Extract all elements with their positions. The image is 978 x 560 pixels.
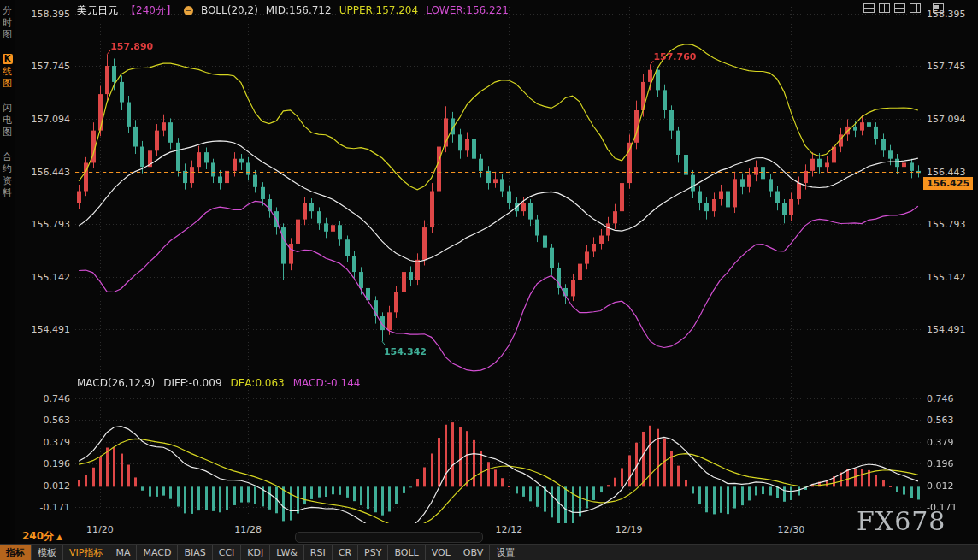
macd-axis-label-left: -0.171	[24, 502, 70, 513]
x-axis-label: 12/19	[615, 524, 644, 535]
macd-axis-label-left: 0.379	[24, 437, 70, 448]
sidebar-item-label: 线图	[3, 66, 12, 89]
tab-vol[interactable]: VOL	[426, 545, 457, 560]
layout-two-column-icon[interactable]	[879, 3, 890, 13]
macd-axis-label-left: 0.196	[24, 458, 70, 469]
tab-settings[interactable]: 设置	[490, 545, 521, 560]
macd-axis-label-left: 0.012	[24, 480, 70, 492]
tab-psy[interactable]: PSY	[358, 545, 388, 560]
tab-lw[interactable]: LW&	[270, 545, 304, 560]
tab-ma[interactable]: MA	[109, 545, 137, 560]
tab-vip-indicator[interactable]: VIP指标	[63, 545, 109, 560]
macd-axis-label-right: -0.171	[927, 502, 957, 513]
price-axis-label-left: 158.395	[24, 9, 70, 20]
period-label[interactable]: 【240分】	[126, 3, 176, 18]
layout-sidebar-icon[interactable]	[910, 3, 921, 13]
price-axis-label-right: 155.142	[927, 272, 966, 283]
x-axis-label: 12/12	[494, 524, 523, 535]
h-scrollbar-thumb[interactable]	[295, 532, 483, 543]
price-axis-label-right: 157.745	[927, 61, 966, 72]
boll-mid-value: MID:156.712	[266, 4, 332, 16]
macd-dea-value: DEA:0.063	[231, 377, 285, 389]
x-axis-label: 11/20	[85, 524, 115, 535]
chart-type-sidebar: 分时图 K 线图 闪电图 合约资料	[0, 0, 15, 545]
boll-lower-value: LOWER:156.221	[426, 4, 509, 16]
price-axis-label-right: 154.491	[927, 324, 966, 335]
price-axis-label-left: 157.745	[24, 61, 70, 72]
tab-boll[interactable]: BOLL	[388, 545, 425, 560]
tab-template[interactable]: 模板	[32, 545, 63, 560]
x-axis-label: 12/30	[776, 524, 805, 535]
period-foot-label: 240分	[22, 530, 54, 542]
sidebar-item-time-chart[interactable]: 分时图	[1, 5, 14, 41]
macd-axis-label-right: 0.746	[927, 393, 954, 404]
indicator-toolbar: 指标模板VIP指标MAMACDBIASCCIKDJLW&RSICRPSYBOLL…	[0, 544, 978, 560]
period-up-arrow-icon: ▲	[56, 533, 62, 541]
tab-bias[interactable]: BIAS	[178, 545, 212, 560]
price-axis-label-left: 154.491	[24, 324, 70, 335]
tab-indicator[interactable]: 指标	[0, 545, 32, 560]
period-settings-icon[interactable]: −	[184, 6, 193, 15]
macd-indicator-label: MACD(26,12,9)	[77, 377, 155, 389]
price-axis-label-left: 157.094	[24, 114, 70, 125]
price-axis-label-right: 157.094	[927, 114, 966, 125]
macd-axis-label-right: 0.196	[927, 458, 954, 469]
layout-toolbar	[863, 3, 921, 13]
macd-header: MACD(26,12,9) DIFF:-0.009 DEA:0.063 MACD…	[77, 377, 360, 389]
tab-macd[interactable]: MACD	[137, 545, 178, 560]
sidebar-item-lightning-chart[interactable]: 闪电图	[1, 103, 14, 139]
price-axis-label-left: 156.443	[24, 167, 70, 178]
macd-axis-label-left: 0.563	[24, 415, 70, 426]
indicator-tabs: 指标模板VIP指标MAMACDBIASCCIKDJLW&RSICRPSYBOLL…	[0, 545, 521, 560]
chart-header: 美元日元 【240分】 − BOLL(20,2) MID:156.712 UPP…	[77, 3, 509, 17]
symbol-name: 美元日元	[77, 3, 118, 18]
tab-kdj[interactable]: KDJ	[241, 545, 270, 560]
popup-window-icon[interactable]	[933, 3, 944, 13]
macd-axis-label-right: 0.563	[927, 415, 954, 426]
price-annotation: 157.890	[110, 41, 153, 52]
macd-axis-label-right: 0.379	[927, 437, 954, 448]
price-annotation: 154.342	[384, 346, 427, 357]
layout-quad-icon[interactable]	[863, 3, 875, 13]
x-axis-label: 11/28	[233, 524, 262, 535]
price-axis-label-left: 155.142	[24, 272, 70, 283]
kline-badge-icon: K	[3, 54, 13, 64]
trading-chart-window: 分时图 K 线图 闪电图 合约资料 美元日元 【240分】 − BOLL(20,…	[0, 0, 978, 560]
price-axis-label-right: 155.793	[927, 219, 966, 230]
price-annotation: 157.760	[653, 51, 696, 62]
kline-chart-canvas[interactable]	[75, 7, 922, 523]
macd-value: MACD:-0.144	[293, 377, 361, 389]
tab-cci[interactable]: CCI	[213, 545, 242, 560]
last-price-tag: 156.425	[923, 177, 973, 190]
macd-axis-label-left: 0.746	[24, 393, 70, 404]
boll-indicator-label: BOLL(20,2)	[201, 4, 258, 16]
sidebar-item-contract-info[interactable]: 合约资料	[1, 151, 14, 199]
macd-diff-value: DIFF:-0.009	[163, 377, 221, 389]
tab-cr[interactable]: CR	[333, 545, 358, 560]
tab-obv[interactable]: OBV	[457, 545, 490, 560]
tab-rsi[interactable]: RSI	[304, 545, 333, 560]
macd-axis-label-right: 0.012	[927, 480, 954, 492]
boll-upper-value: UPPER:157.204	[339, 4, 418, 16]
price-axis-label-right: 156.443	[927, 167, 966, 178]
price-axis-label-left: 155.793	[24, 219, 70, 230]
layout-two-row-icon[interactable]	[894, 3, 905, 13]
sidebar-item-kline-chart[interactable]: K 线图	[1, 54, 14, 90]
period-selector[interactable]: 240分▲	[22, 529, 62, 544]
